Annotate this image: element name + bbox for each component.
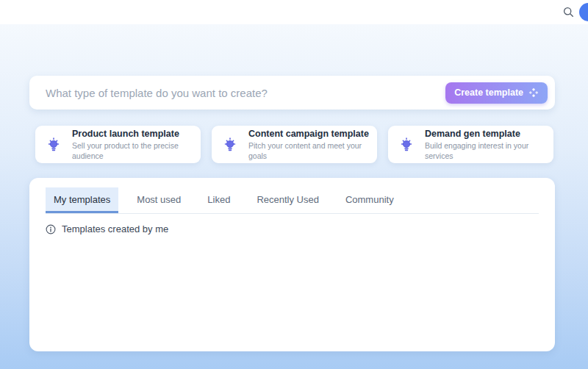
card-product-launch-template[interactable]: Product launch template Sell your produc…	[35, 126, 201, 163]
templates-panel: My templates Most used Liked Recently Us…	[29, 178, 555, 351]
template-prompt-bar: Create template	[29, 76, 555, 110]
tab-most-used[interactable]: Most used	[129, 187, 189, 213]
card-title: Demand gen template	[425, 128, 546, 140]
card-text: Product launch template Sell your produc…	[72, 128, 193, 161]
card-demand-gen-template[interactable]: Demand gen template Build engaging inter…	[388, 126, 553, 163]
card-title: Content campaign template	[248, 128, 370, 140]
empty-state-row: Templates created by me	[46, 223, 539, 234]
search-button[interactable]	[559, 3, 578, 22]
create-template-label: Create template	[454, 87, 523, 98]
tab-community[interactable]: Community	[337, 187, 402, 213]
tab-liked[interactable]: Liked	[199, 187, 238, 213]
app-root: Create template	[0, 0, 588, 369]
tab-my-templates[interactable]: My templates	[46, 187, 118, 213]
templates-tab-bar: My templates Most used Liked Recently Us…	[46, 187, 539, 214]
card-text: Demand gen template Build engaging inter…	[425, 128, 546, 161]
suggestion-cards-row: Product launch template Sell your produc…	[35, 126, 553, 163]
tab-recently-used[interactable]: Recently Used	[248, 187, 327, 213]
card-content-campaign-template[interactable]: Content campaign template Pitch your con…	[212, 126, 377, 163]
lightbulb-icon	[221, 136, 239, 154]
create-template-button[interactable]: Create template	[445, 82, 548, 104]
user-avatar[interactable]	[579, 3, 588, 21]
card-subtitle: Sell your product to the precise audienc…	[72, 140, 193, 161]
empty-state-label: Templates created by me	[62, 223, 168, 234]
info-circle-icon	[46, 224, 56, 234]
template-prompt-input[interactable]	[46, 87, 445, 99]
card-text: Content campaign template Pitch your con…	[248, 128, 370, 161]
lightbulb-icon	[45, 136, 62, 154]
sparkles-icon	[528, 87, 539, 98]
card-title: Product launch template	[72, 128, 193, 140]
top-header-bar	[0, 0, 588, 24]
card-subtitle: Pitch your content and meet your goals	[248, 140, 370, 161]
card-subtitle: Build engaging interest in your services	[425, 140, 546, 161]
search-icon	[563, 7, 574, 18]
lightbulb-icon	[398, 136, 415, 154]
